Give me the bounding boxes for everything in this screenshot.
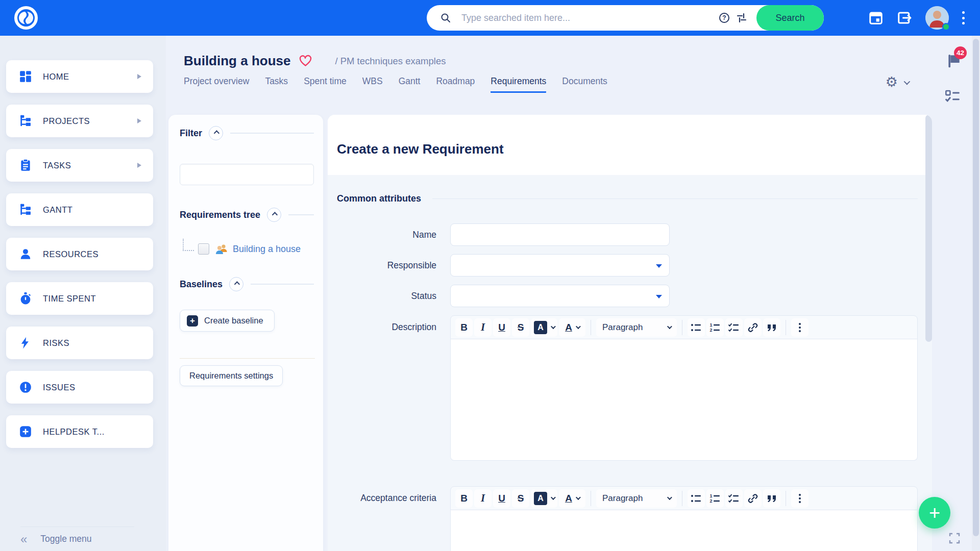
underline-button[interactable]: U bbox=[493, 489, 510, 508]
sidebar-item-projects[interactable]: PROJECTS bbox=[6, 105, 153, 137]
sidebar-item-helpdesk[interactable]: HELPDESK T... bbox=[6, 415, 153, 448]
blockquote-button[interactable] bbox=[763, 318, 780, 337]
page-scrollbar-thumb[interactable] bbox=[973, 39, 979, 536]
divider bbox=[180, 358, 315, 359]
create-baseline-button[interactable]: + Create baseline bbox=[180, 310, 275, 332]
baselines-collapse-button[interactable] bbox=[229, 277, 243, 291]
acceptance-criteria-editor: B I U S A A bbox=[450, 486, 918, 551]
acceptance-criteria-textarea[interactable] bbox=[450, 510, 918, 551]
blockquote-button[interactable] bbox=[763, 489, 780, 508]
font-background-button[interactable]: A bbox=[531, 318, 557, 337]
sidebar-item-resources[interactable]: RESOURCES bbox=[6, 238, 153, 270]
search-input[interactable] bbox=[461, 13, 716, 23]
search-filters-icon[interactable] bbox=[733, 9, 750, 27]
tab-wbs[interactable]: WBS bbox=[362, 76, 383, 93]
numbered-list-button[interactable]: 12 bbox=[706, 489, 724, 508]
italic-button[interactable]: I bbox=[474, 318, 492, 337]
font-color-button[interactable]: A bbox=[559, 318, 585, 337]
bold-button[interactable]: B bbox=[455, 489, 473, 508]
online-status-dot bbox=[942, 23, 950, 31]
tab-roadmap[interactable]: Roadmap bbox=[436, 76, 475, 93]
search-button[interactable]: Search bbox=[756, 5, 824, 31]
description-toolbar: B I U S A A bbox=[450, 315, 918, 339]
sidebar-item-time-spent[interactable]: TIME SPENT bbox=[6, 282, 153, 315]
link-button[interactable] bbox=[744, 318, 762, 337]
filter-input[interactable] bbox=[180, 164, 314, 185]
status-select[interactable] bbox=[450, 285, 670, 307]
search-help-icon[interactable]: ? bbox=[716, 9, 733, 27]
svg-text:2: 2 bbox=[710, 328, 713, 333]
name-field[interactable] bbox=[450, 223, 670, 246]
tab-gantt[interactable]: Gantt bbox=[399, 76, 421, 93]
name-label: Name bbox=[328, 223, 436, 246]
responsible-label: Responsible bbox=[328, 254, 436, 277]
calendar-icon[interactable] bbox=[868, 10, 884, 26]
tab-tasks[interactable]: Tasks bbox=[265, 76, 288, 93]
add-new-fab[interactable]: + bbox=[919, 497, 950, 529]
helpdesk-plus-icon bbox=[19, 425, 32, 438]
tree-item-link[interactable]: Building a house bbox=[233, 244, 301, 255]
toolbar-separator bbox=[591, 491, 591, 506]
bullet-list-button[interactable] bbox=[688, 318, 705, 337]
gantt-tree-icon bbox=[19, 203, 32, 216]
sidebar-item-issues[interactable]: ISSUES bbox=[6, 371, 153, 404]
form-row-responsible: Responsible bbox=[328, 254, 932, 277]
chevron-down-icon bbox=[551, 324, 556, 329]
description-textarea[interactable] bbox=[450, 339, 918, 461]
numbered-list-button[interactable]: 12 bbox=[706, 318, 724, 337]
paragraph-style-dropdown[interactable]: Paragraph bbox=[596, 318, 677, 337]
page-header: Building a house / PM techniques example… bbox=[166, 36, 980, 115]
sidebar-item-risks[interactable]: RISKS bbox=[6, 327, 153, 359]
tree-item-checkbox[interactable] bbox=[198, 243, 209, 255]
font-background-button[interactable]: A bbox=[531, 489, 557, 508]
strikethrough-button[interactable]: S bbox=[512, 318, 529, 337]
link-button[interactable] bbox=[744, 489, 762, 508]
toolbar-more-icon[interactable] bbox=[791, 489, 808, 508]
main-content: Building a house / PM techniques example… bbox=[166, 36, 980, 551]
form-row-description: Description B I U S A bbox=[328, 315, 932, 461]
requirements-settings-button[interactable]: Requirements settings bbox=[180, 365, 283, 386]
font-color-button[interactable]: A bbox=[559, 489, 585, 508]
bold-button[interactable]: B bbox=[455, 318, 473, 337]
gear-icon: ⚙ bbox=[886, 76, 898, 89]
tab-project-overview[interactable]: Project overview bbox=[184, 76, 249, 93]
quick-checklist-button[interactable] bbox=[945, 90, 960, 105]
new-requirement-form: Create a new Requirement Common attribut… bbox=[328, 115, 932, 551]
tree-collapse-button[interactable] bbox=[267, 208, 281, 222]
form-scrollbar-thumb[interactable] bbox=[925, 115, 932, 342]
responsible-select[interactable] bbox=[450, 254, 670, 277]
toolbar-more-icon[interactable] bbox=[791, 318, 808, 337]
toggle-menu-button[interactable]: « Toggle menu bbox=[20, 527, 134, 551]
sidebar-item-label: ISSUES bbox=[43, 383, 76, 392]
logout-export-icon[interactable] bbox=[897, 10, 912, 26]
sidebar-item-gantt[interactable]: GANTT bbox=[6, 193, 153, 226]
toolbar-separator bbox=[682, 320, 682, 335]
paragraph-style-dropdown[interactable]: Paragraph bbox=[596, 489, 677, 508]
bullet-list-button[interactable] bbox=[688, 489, 705, 508]
checklist-button[interactable] bbox=[725, 318, 743, 337]
filter-collapse-button[interactable] bbox=[209, 126, 223, 140]
strikethrough-button[interactable]: S bbox=[512, 489, 529, 508]
flagged-items-button[interactable]: 42 bbox=[946, 53, 962, 71]
sidebar-item-home[interactable]: HOME bbox=[6, 60, 153, 93]
user-avatar[interactable] bbox=[925, 6, 949, 30]
plus-icon: + bbox=[187, 315, 198, 327]
italic-button[interactable]: I bbox=[474, 489, 492, 508]
checklist-button[interactable] bbox=[725, 489, 743, 508]
fullscreen-expand-icon[interactable] bbox=[949, 533, 960, 546]
favorite-heart-icon[interactable] bbox=[299, 55, 312, 67]
page-settings-menu[interactable]: ⚙ bbox=[886, 76, 909, 89]
sidebar-item-tasks[interactable]: TASKS bbox=[6, 149, 153, 182]
collapse-double-chevron-icon: « bbox=[20, 533, 27, 545]
tab-requirements[interactable]: Requirements bbox=[491, 76, 546, 93]
breadcrumb[interactable]: / PM techniques examples bbox=[335, 56, 446, 67]
more-menu-icon[interactable] bbox=[962, 9, 965, 27]
form-row-status: Status bbox=[328, 285, 932, 307]
tab-spent-time[interactable]: Spent time bbox=[304, 76, 347, 93]
divider bbox=[230, 133, 314, 134]
underline-button[interactable]: U bbox=[493, 318, 510, 337]
acceptance-criteria-label: Acceptance criteria bbox=[328, 486, 436, 551]
page-scrollbar[interactable] bbox=[972, 36, 980, 551]
tab-documents[interactable]: Documents bbox=[562, 76, 607, 93]
app-logo-icon[interactable] bbox=[13, 5, 39, 31]
